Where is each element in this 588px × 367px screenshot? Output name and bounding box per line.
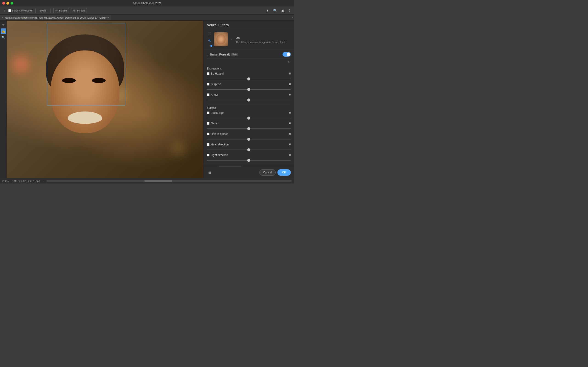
filter-row-left-head-direction: Head direction bbox=[207, 143, 229, 146]
scroll-all-windows-checkbox-label[interactable]: Scroll All Windows bbox=[8, 9, 33, 12]
tabbar-arrow-icon[interactable]: › bbox=[292, 16, 293, 19]
tab-label: /content/dam/ccfirstmile/PHSP/en_US/asse… bbox=[5, 16, 109, 19]
surprise-label: Surprise bbox=[211, 83, 221, 86]
be-happy-slider[interactable] bbox=[207, 79, 291, 79]
close-button[interactable] bbox=[2, 2, 5, 5]
light-direction-slider[interactable] bbox=[207, 160, 291, 161]
tab-item[interactable]: ✕ /content/dam/ccfirstmile/PHSP/en_US/as… bbox=[0, 15, 111, 20]
panel-content[interactable]: ☰ ⚗ ⌄ ☁ This filter processes image data… bbox=[204, 29, 294, 167]
status-zoom: 200% bbox=[2, 180, 9, 182]
head-direction-value: 0 bbox=[286, 143, 291, 146]
filter-row-left-facial-age: Facial age bbox=[207, 111, 224, 115]
filter-row-left-anger: Anger bbox=[207, 93, 218, 96]
horizontal-scrollbar[interactable] bbox=[46, 180, 292, 182]
scroll-all-windows-checkbox[interactable] bbox=[8, 9, 11, 12]
tabbar: ✕ /content/dam/ccfirstmile/PHSP/en_US/as… bbox=[0, 15, 294, 21]
filter-thumbnail bbox=[214, 32, 228, 46]
anger-checkbox[interactable] bbox=[207, 93, 209, 96]
surprise-value: 0 bbox=[286, 83, 291, 86]
filter-row-hair-thickness: Hair thickness 0 bbox=[207, 132, 291, 141]
be-happy-slider-container bbox=[207, 76, 291, 81]
facial-age-label: Facial age bbox=[211, 111, 224, 115]
hair-thickness-checkbox[interactable] bbox=[207, 133, 209, 135]
active-indicator-dot bbox=[210, 45, 212, 47]
neural-filters-panel: Neural Filters ☰ ⚗ ⌄ ☁ This filter pro bbox=[203, 21, 294, 178]
panel-buttons: ▦ Cancel OK bbox=[204, 167, 294, 178]
surprise-slider-container bbox=[207, 87, 291, 91]
toolbar-separator-1 bbox=[35, 8, 36, 13]
scroll-all-windows-label: Scroll All Windows bbox=[12, 9, 33, 12]
surprise-slider[interactable] bbox=[207, 89, 291, 90]
filter-list-icon[interactable]: ☰ bbox=[207, 31, 212, 37]
tool-edit[interactable]: ✎ bbox=[1, 22, 6, 27]
head-direction-checkbox[interactable] bbox=[207, 143, 209, 146]
hair-thickness-slider[interactable] bbox=[207, 139, 291, 140]
titlebar: Adobe Photoshop 2021 bbox=[0, 0, 294, 6]
toolbar-separator-2 bbox=[50, 8, 51, 13]
traffic-lights bbox=[2, 2, 13, 5]
be-happy-checkbox[interactable] bbox=[207, 72, 209, 75]
filter-row-header-hair-thickness: Hair thickness 0 bbox=[207, 132, 291, 135]
minimize-button[interactable] bbox=[6, 2, 9, 5]
filter-row-anger: Anger 0 bbox=[207, 93, 291, 102]
head-direction-slider-container bbox=[207, 147, 291, 152]
fill-screen-button[interactable]: Fill Screen bbox=[71, 8, 87, 13]
tab-close-icon[interactable]: ✕ bbox=[2, 16, 4, 19]
filter-thumbnail-area: ⌄ bbox=[214, 32, 234, 46]
gaze-slider[interactable] bbox=[207, 128, 291, 129]
smart-portrait-toggle[interactable] bbox=[283, 52, 291, 57]
reset-icon[interactable]: ↻ bbox=[207, 59, 291, 65]
filter-icon-area: ☰ ⚗ bbox=[207, 31, 212, 47]
surprise-checkbox[interactable] bbox=[207, 83, 209, 85]
filter-row-facial-age: Facial age 0 bbox=[207, 111, 291, 120]
gaze-slider-container bbox=[207, 126, 291, 131]
right-eye bbox=[92, 78, 106, 83]
status-arrow-icon[interactable]: › bbox=[43, 180, 44, 182]
cloud-description-text: This filter processes image data in the … bbox=[236, 41, 286, 44]
be-happy-label: Be Happy! bbox=[211, 72, 224, 75]
cloud-icon: ☁ bbox=[236, 34, 240, 40]
panel-layers-icon[interactable]: ▦ bbox=[207, 169, 213, 175]
filter-row-left-be-happy: Be Happy! bbox=[207, 72, 224, 75]
gaze-checkbox[interactable] bbox=[207, 122, 209, 125]
layout-icon[interactable]: ▣ bbox=[280, 8, 285, 13]
fit-screen-button[interactable]: Fit Screen bbox=[53, 8, 69, 13]
output-area: Output Smart Filter New Layer Current La… bbox=[204, 164, 294, 167]
share-icon[interactable]: ⇧ bbox=[287, 8, 292, 13]
smart-portrait-header: ⌄ Smart Portrait Beta bbox=[207, 50, 291, 59]
gaze-value: 0 bbox=[286, 122, 291, 125]
anger-slider[interactable] bbox=[207, 100, 291, 100]
head-direction-slider[interactable] bbox=[207, 150, 291, 150]
scrollbar-thumb[interactable] bbox=[145, 180, 172, 182]
subject-label: Subject bbox=[207, 106, 291, 109]
anger-slider-container bbox=[207, 97, 291, 102]
cancel-button[interactable]: Cancel bbox=[259, 169, 276, 176]
filter-row-left-surprise: Surprise bbox=[207, 83, 221, 86]
filter-row-left-hair-thickness: Hair thickness bbox=[207, 132, 228, 135]
filter-top-area: ☰ ⚗ ⌄ ☁ This filter processes image data… bbox=[204, 29, 294, 50]
output-select[interactable]: Smart Filter New Layer Current Layer New… bbox=[218, 167, 242, 167]
cloud-info-area: ☁ This filter processes image data in th… bbox=[236, 34, 291, 44]
filter-row-head-direction: Head direction 0 bbox=[207, 143, 291, 152]
bokeh-3 bbox=[171, 141, 185, 155]
ok-button[interactable]: OK bbox=[277, 169, 291, 176]
toolbar-icons-right: ● 🔍 ▣ ⇧ bbox=[265, 8, 292, 13]
app-title: Adobe Photoshop 2021 bbox=[132, 2, 161, 5]
hair-thickness-slider-container bbox=[207, 136, 291, 141]
facial-age-checkbox[interactable] bbox=[207, 111, 209, 114]
expand-icon[interactable]: ⌄ bbox=[207, 53, 208, 56]
maximize-button[interactable] bbox=[10, 2, 13, 5]
tool-zoom[interactable]: 🔍 bbox=[1, 35, 6, 40]
back-button[interactable]: ‹ bbox=[2, 8, 6, 13]
light-direction-checkbox[interactable] bbox=[207, 154, 209, 156]
tool-hand[interactable]: ✍ bbox=[1, 28, 6, 34]
status-dimensions: 1390 px x 928 px (72 ppi) bbox=[11, 180, 40, 182]
facial-age-slider[interactable] bbox=[207, 118, 291, 118]
thumbnail-chevron-icon[interactable]: ⌄ bbox=[229, 37, 234, 42]
filter-flask-icon[interactable]: ⚗ bbox=[207, 38, 212, 44]
user-icon[interactable]: ● bbox=[265, 8, 270, 13]
panel-bottom-left: ▦ bbox=[207, 169, 213, 175]
smart-portrait-title: Smart Portrait bbox=[210, 53, 230, 56]
search-icon[interactable]: 🔍 bbox=[272, 8, 277, 13]
smart-portrait-section: ⌄ Smart Portrait Beta ↻ Expressions Be H… bbox=[204, 50, 294, 162]
